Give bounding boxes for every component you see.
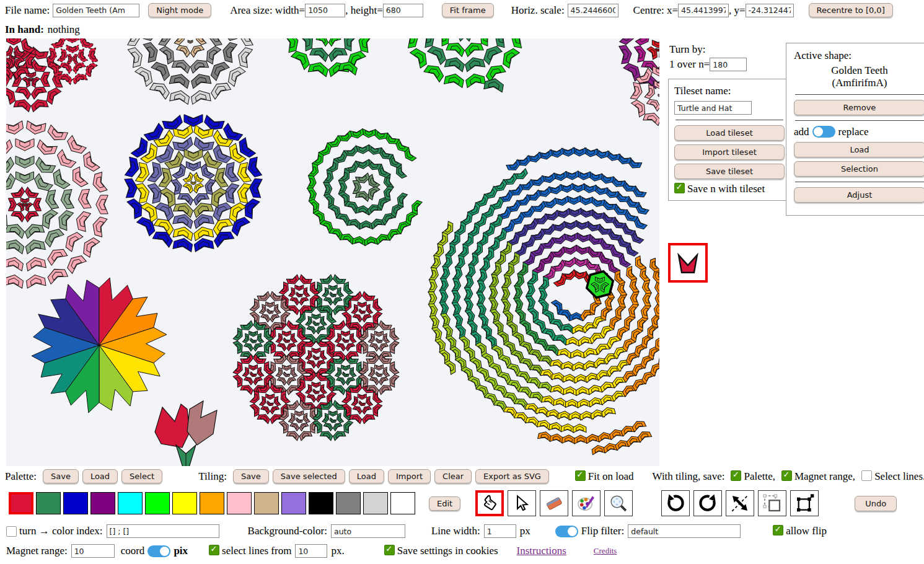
instructions-link[interactable]: Instructions	[517, 545, 566, 557]
save-tileset-button[interactable]: Save tileset	[674, 164, 785, 179]
zoom-pan-tool-button[interactable]	[604, 490, 633, 516]
adjust-shape-button[interactable]: Adjust	[794, 187, 924, 203]
turn-color-checkbox[interactable]	[6, 526, 17, 537]
rotate-cw-icon	[698, 493, 718, 513]
cookies-checkbox[interactable]	[384, 545, 395, 555]
palette-swatch-8[interactable]	[227, 492, 252, 514]
palette-swatch-11[interactable]	[309, 492, 333, 514]
active-shape-preview[interactable]	[668, 243, 708, 283]
edit-palette-button[interactable]: Edit	[429, 496, 460, 511]
palette-swatch-6[interactable]	[172, 492, 197, 514]
allow-flip-label: allow flip	[786, 525, 827, 537]
palette-swatch-1[interactable]	[36, 492, 61, 514]
palette-swatch-2[interactable]	[63, 492, 88, 514]
select-cursor-tool-button[interactable]	[508, 490, 536, 516]
area-height-input[interactable]	[383, 4, 423, 17]
select-lines-checkbox[interactable]	[209, 545, 219, 555]
palette-swatch-5[interactable]	[145, 492, 170, 514]
save-n-checkbox[interactable]	[674, 183, 685, 193]
rotate-cw-tool-button[interactable]	[693, 490, 722, 516]
options-row: turn → color index: Background-color: Li…	[6, 524, 827, 538]
palette-swatch-7[interactable]	[200, 492, 224, 514]
tiling-save-selected-button[interactable]: Save selected	[273, 469, 345, 483]
palette-swatch-12[interactable]	[336, 492, 361, 514]
tiling-canvas[interactable]	[6, 38, 659, 466]
palette-tiling-row: Palette: Save Load Select Tiling: Save S…	[5, 469, 924, 483]
add-label: add	[794, 126, 809, 138]
magnifier-pan-icon	[609, 494, 628, 513]
palette-swatch-14[interactable]	[390, 492, 415, 514]
select-lines-input[interactable]	[295, 544, 327, 558]
fit-on-load-checkbox[interactable]	[575, 470, 586, 481]
horiz-scale-input[interactable]	[568, 4, 618, 17]
bg-color-input[interactable]	[331, 524, 405, 538]
line-width-input[interactable]	[484, 524, 516, 538]
save-select-lines-checkbox[interactable]	[861, 470, 872, 481]
centre-y-input[interactable]	[746, 4, 794, 17]
hand-tool-button[interactable]	[475, 490, 504, 516]
replace-label: replace	[838, 126, 869, 138]
px-dot-label: px.	[331, 545, 344, 557]
remove-shape-button[interactable]: Remove	[794, 100, 924, 115]
save-magnet-label: Magnet range,	[794, 470, 855, 482]
tiling-clear-button[interactable]: Clear	[434, 469, 472, 483]
palette-label: Palette:	[5, 470, 37, 483]
tiling-save-button[interactable]: Save	[233, 469, 269, 483]
tileset-name-input[interactable]	[674, 101, 752, 115]
fit-on-load-label: Fit on load	[588, 470, 634, 482]
rotate-ccw-tool-button[interactable]	[661, 490, 690, 516]
export-svg-button[interactable]: Export as SVG	[475, 469, 549, 483]
turn-n-input[interactable]	[710, 58, 747, 71]
fit-frame-button[interactable]: Fit frame	[442, 3, 494, 17]
palette-swatch-0[interactable]	[9, 492, 33, 514]
palette-swatch-3[interactable]	[90, 492, 115, 514]
night-mode-button[interactable]: Night mode	[148, 3, 211, 17]
eraser-tool-button[interactable]	[540, 490, 568, 516]
save-select-lines-label: Select lines.	[874, 470, 924, 482]
flip-filter-toggle[interactable]	[555, 526, 578, 537]
coord-pix-toggle[interactable]	[147, 545, 170, 557]
save-magnet-checkbox[interactable]	[781, 470, 792, 481]
undo-button[interactable]: Undo	[855, 496, 897, 511]
load-tileset-button[interactable]: Load tileset	[674, 125, 785, 141]
area-width-input[interactable]	[305, 4, 345, 17]
tiling-load-button[interactable]: Load	[349, 469, 384, 483]
palette-tool-button[interactable]	[572, 490, 601, 516]
centre-x-input[interactable]	[678, 4, 729, 17]
file-name-input[interactable]	[53, 4, 139, 17]
save-palette-label: Palette,	[744, 470, 775, 482]
add-replace-toggle[interactable]	[812, 126, 835, 138]
palette-swatch-4[interactable]	[118, 492, 143, 514]
flip-diagonal-tool-button[interactable]	[726, 490, 754, 516]
load-shape-button[interactable]: Load	[794, 142, 924, 157]
pix-label: pix	[174, 545, 188, 557]
palette-swatch-10[interactable]	[281, 492, 306, 514]
top-toolbar: File name: Night mode Area size: width= …	[5, 3, 893, 17]
recentre-button[interactable]: Recentre to [0,0]	[809, 3, 893, 17]
palette-swatches	[9, 492, 418, 514]
copy-selection-tool-button[interactable]	[758, 490, 786, 516]
copy-selection-icon	[762, 493, 782, 513]
tileset-name-label: Tileset name:	[674, 85, 785, 97]
magnet-range-input[interactable]	[71, 544, 115, 558]
tiling-label: Tiling:	[198, 470, 227, 483]
tiling-import-button[interactable]: Import	[388, 469, 431, 483]
flip-filter-input[interactable]	[628, 524, 741, 538]
palette-save-button[interactable]: Save	[43, 469, 79, 483]
allow-flip-checkbox[interactable]	[773, 525, 783, 535]
palette-select-button[interactable]: Select	[121, 469, 162, 483]
palette-swatch-9[interactable]	[254, 492, 279, 514]
selection-shape-button[interactable]: Selection	[794, 161, 924, 177]
palette-swatch-13[interactable]	[363, 492, 388, 514]
import-tileset-button[interactable]: Import tileset	[674, 144, 785, 160]
active-shape-name: Golden Teeth	[794, 64, 924, 77]
file-name-label: File name:	[5, 4, 50, 17]
credits-link[interactable]: Credits	[594, 546, 617, 556]
cursor-arrow-icon	[513, 495, 530, 512]
rotate-ccw-icon	[666, 493, 685, 513]
transform-selection-tool-button[interactable]	[790, 490, 819, 516]
save-palette-checkbox[interactable]	[731, 470, 741, 481]
palette-load-button[interactable]: Load	[82, 469, 118, 483]
turn-color-input[interactable]	[107, 524, 219, 538]
magnet-row: Magnet range: coord pix select lines fro…	[6, 544, 617, 558]
